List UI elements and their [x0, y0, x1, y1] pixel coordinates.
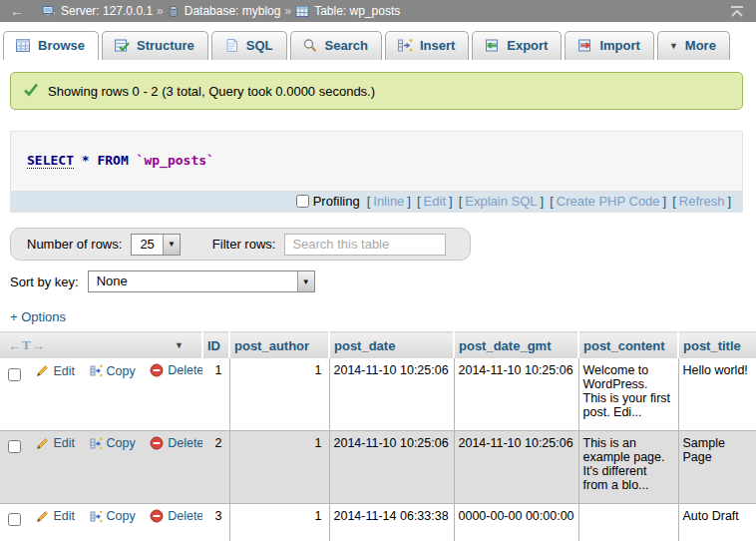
bracket: [	[367, 194, 371, 209]
move-left-icon[interactable]: ←	[8, 338, 21, 353]
breadcrumb-separator: »	[157, 4, 164, 18]
tab-import-label: Import	[599, 38, 639, 53]
database-icon	[168, 5, 180, 18]
column-header-post-content[interactable]: post_content	[578, 332, 678, 359]
results-table: ← T → ▼ ID post_author post_date post_da…	[0, 331, 756, 541]
column-header-post-author[interactable]: post_author	[229, 332, 329, 359]
cell-id: 1	[202, 358, 229, 430]
cell-post-title: Hello world!	[678, 358, 756, 430]
copy-link[interactable]: Copy	[90, 364, 136, 378]
sql-query-text: SELECT * FROM `wp_posts`	[11, 132, 742, 191]
row-checkbox[interactable]	[8, 513, 21, 526]
copy-icon	[90, 510, 103, 523]
breadcrumb-server[interactable]: Server: 127.0.0.1	[42, 4, 153, 18]
insert-icon	[397, 38, 413, 53]
tab-insert[interactable]: Insert	[385, 31, 469, 60]
copy-label: Copy	[107, 364, 136, 378]
tab-search[interactable]: Search	[290, 31, 382, 60]
create-php-code-link[interactable]: Create PHP Code	[557, 194, 660, 209]
select-dropdown-icon: ▼	[297, 271, 314, 291]
tab-sql-label: SQL	[246, 38, 273, 53]
results-header-row: ← T → ▼ ID post_author post_date post_da…	[0, 332, 756, 359]
refresh-link[interactable]: Refresh	[679, 194, 725, 209]
edit-label: Edit	[53, 364, 75, 378]
edit-link[interactable]: Edit	[36, 364, 75, 378]
breadcrumb-table-label: Table: wp_posts	[314, 4, 400, 18]
bracket: ]	[727, 194, 731, 209]
explain-sql-link[interactable]: Explain SQL	[465, 194, 537, 209]
cell-post-content	[578, 503, 678, 541]
edit-link[interactable]: Edit	[36, 509, 75, 523]
options-toggle[interactable]: + Options	[10, 309, 756, 324]
edit-query-link[interactable]: Edit	[424, 194, 446, 209]
breadcrumb-bar: ← Server: 127.0.0.1 » Database: myblog »…	[0, 0, 756, 22]
sql-star: *	[82, 153, 90, 168]
tab-insert-label: Insert	[420, 38, 455, 53]
sort-by-key-select[interactable]: None ▼	[88, 270, 315, 292]
cell-post-author: 1	[229, 430, 329, 503]
delete-link[interactable]: Delete	[150, 509, 202, 523]
tab-sql[interactable]: SQL	[211, 31, 287, 60]
bracket: [	[672, 194, 676, 209]
delete-icon	[150, 509, 164, 523]
copy-link[interactable]: Copy	[90, 436, 136, 450]
copy-link[interactable]: Copy	[90, 509, 136, 523]
profiling-checkbox[interactable]	[296, 195, 309, 208]
sql-keyword-from: FROM	[97, 153, 128, 168]
copy-label: Copy	[107, 509, 136, 523]
column-header-post-title[interactable]: post_title	[678, 332, 756, 359]
filter-rows-input[interactable]	[284, 234, 446, 256]
tab-browse[interactable]: Browse	[3, 31, 99, 60]
bracket: [	[550, 194, 554, 209]
tab-more[interactable]: ▼ More	[657, 31, 730, 60]
structure-icon	[114, 38, 130, 53]
cell-post-author: 1	[229, 358, 329, 430]
delete-link[interactable]: Delete	[150, 436, 202, 450]
pencil-icon	[36, 437, 49, 450]
cell-id: 3	[202, 503, 229, 541]
table-icon	[295, 5, 309, 18]
import-icon	[576, 38, 592, 53]
breadcrumb-database[interactable]: Database: myblog	[168, 4, 281, 18]
breadcrumb-table[interactable]: Table: wp_posts	[295, 4, 400, 18]
sql-query-box: SELECT * FROM `wp_posts` Profiling [ Inl…	[10, 131, 743, 213]
cell-id: 2	[202, 430, 229, 503]
table-tabs: Browse Structure SQL Search Insert Expor…	[0, 22, 756, 60]
bracket: [	[459, 194, 463, 209]
inline-link[interactable]: Inline	[373, 194, 404, 209]
delete-icon	[150, 363, 164, 377]
delete-link[interactable]: Delete	[150, 363, 202, 377]
success-message: Showing rows 0 - 2 (3 total, Query took …	[10, 72, 743, 110]
tab-more-label: More	[685, 38, 716, 53]
breadcrumb-server-label: Server: 127.0.0.1	[61, 4, 153, 18]
column-tee-icon: T	[22, 337, 31, 353]
nav-panel-back-icon[interactable]: ←	[10, 3, 24, 19]
column-move-header: ← T → ▼	[0, 332, 202, 359]
sort-by-key-label: Sort by key:	[10, 274, 79, 289]
tab-structure[interactable]: Structure	[102, 31, 208, 60]
move-right-icon[interactable]: →	[32, 338, 45, 353]
edit-link[interactable]: Edit	[36, 436, 75, 450]
search-icon	[302, 38, 318, 53]
browse-icon	[15, 38, 31, 53]
collapse-console-icon[interactable]	[728, 5, 746, 18]
table-row: Edit Copy Delete 2 1 2014-11-10 10:25:06…	[0, 430, 756, 503]
column-header-id[interactable]: ID	[202, 332, 229, 359]
row-checkbox[interactable]	[8, 440, 21, 453]
cell-post-date-gmt: 0000-00-00 00:00:00	[454, 503, 578, 541]
cell-post-date-gmt: 2014-11-10 10:25:06	[454, 358, 578, 430]
sql-keyword-select[interactable]: SELECT	[27, 153, 74, 169]
bracket: ]	[449, 194, 453, 209]
chevron-down-icon: ▼	[669, 41, 678, 51]
cell-post-author: 1	[229, 503, 329, 541]
header-dropdown-icon[interactable]: ▼	[175, 340, 184, 350]
tab-import[interactable]: Import	[565, 31, 653, 60]
number-of-rows-label: Number of rows:	[27, 237, 122, 252]
number-of-rows-select[interactable]: 25 ▼	[131, 234, 180, 256]
server-icon	[42, 5, 56, 18]
tab-export[interactable]: Export	[472, 31, 562, 60]
column-header-post-date-gmt[interactable]: post_date_gmt	[454, 332, 578, 359]
row-checkbox[interactable]	[8, 368, 21, 381]
column-header-post-date[interactable]: post_date	[329, 332, 454, 359]
cell-post-title: Sample Page	[678, 430, 756, 503]
